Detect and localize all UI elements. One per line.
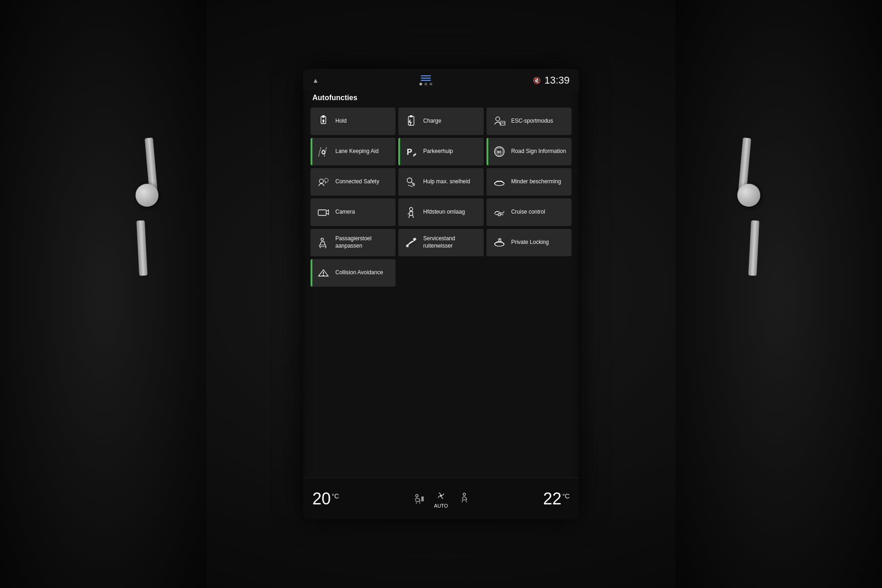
btn-passagier[interactable]: Passagierstoel aanpassen (311, 229, 396, 256)
btn-hfdsteun[interactable]: Hfdsteun omlaag (398, 198, 483, 226)
grid-row-6: Collision Avoidance (311, 259, 571, 287)
btn-park[interactable]: P Parkeerhulp (398, 138, 483, 165)
service-label: Servicestand ruitenwisser (423, 235, 479, 249)
btn-cruise[interactable]: Cruise control (486, 198, 571, 226)
btn-minder[interactable]: Minder bescherming (486, 168, 571, 196)
svg-point-35 (321, 238, 323, 240)
hfdsteun-label: Hfdsteun omlaag (423, 209, 465, 216)
btn-private[interactable]: Private Locking (486, 229, 571, 256)
btn-hulp[interactable]: Hulp max. snelheid (398, 168, 483, 196)
grid-row-3: i Connected Safety (311, 168, 571, 196)
passagier-label: Passagierstoel aanpassen (335, 235, 391, 249)
svg-rect-3 (322, 120, 324, 122)
lane-icon (315, 143, 332, 160)
svg-rect-1 (322, 115, 324, 118)
dot-1[interactable] (419, 83, 422, 85)
knob-right[interactable] (737, 184, 760, 207)
svg-text:P: P (407, 147, 413, 157)
grid-row-4: Camera H (311, 198, 571, 226)
knob-left[interactable] (136, 184, 158, 207)
roadsign-label: Road Sign Information (511, 148, 566, 155)
pin-left-2 (136, 220, 147, 276)
svg-point-17 (319, 179, 323, 183)
svg-point-6 (496, 117, 500, 121)
fan-auto-icon[interactable]: AUTO (434, 489, 448, 509)
charge-icon (403, 113, 419, 130)
left-panel (0, 0, 207, 588)
dot-2[interactable] (424, 83, 427, 85)
park-icon: P (403, 143, 419, 160)
pin-right-2 (748, 220, 759, 276)
svg-line-51 (419, 502, 420, 504)
temp-right[interactable]: 22 °C (543, 491, 570, 507)
btn-hold[interactable]: Hold (311, 107, 396, 135)
svg-line-31 (413, 215, 414, 218)
menu-icon[interactable] (421, 75, 431, 81)
temp-left-value: 20 (312, 491, 331, 507)
btn-esc[interactable]: OFF ESC-sportmodus (486, 107, 571, 135)
btn-roadsign[interactable]: 90 Road Sign Information (486, 138, 571, 165)
svg-rect-4 (408, 117, 414, 125)
btn-charge[interactable]: Charge (398, 107, 483, 135)
svg-line-21 (408, 185, 413, 187)
connected-label: Connected Safety (335, 178, 379, 186)
hold-label: Hold (335, 118, 347, 125)
svg-line-41 (494, 242, 497, 244)
menu-line-2 (421, 78, 431, 79)
collision-icon (315, 265, 332, 281)
svg-point-56 (463, 493, 465, 495)
volume-icon: 🔇 (533, 77, 541, 84)
menu-line-1 (421, 75, 431, 76)
clock: 13:39 (544, 74, 570, 86)
menu-line-3 (421, 80, 431, 81)
roadsign-icon: 90 (491, 143, 508, 160)
main-screen: ▲ 🔇 13:39 Autofuncties (303, 69, 579, 519)
page-dots (419, 83, 432, 85)
svg-point-47 (323, 275, 324, 276)
svg-rect-27 (318, 210, 327, 215)
cruise-icon (491, 204, 508, 220)
svg-line-50 (416, 502, 417, 504)
btn-collision[interactable]: Collision Avoidance (311, 259, 396, 287)
temp-left[interactable]: 20 °C (312, 491, 339, 507)
svg-line-24 (494, 181, 497, 183)
park-label: Parkeerhulp (423, 148, 453, 155)
svg-point-28 (410, 208, 413, 211)
svg-point-48 (416, 494, 418, 497)
svg-line-59 (466, 501, 467, 503)
bottom-bar: 20 °C (303, 478, 579, 519)
svg-rect-5 (410, 115, 413, 117)
status-left: ▲ (312, 77, 319, 84)
svg-point-32 (498, 214, 500, 216)
minder-label: Minder bescherming (511, 178, 561, 186)
temp-right-unit: °C (562, 492, 570, 500)
camera-icon (315, 204, 332, 220)
collision-label: Collision Avoidance (335, 269, 383, 277)
grid-row-2: Lane Keeping Aid P Parkeerhulp (311, 138, 571, 165)
status-bar: ▲ 🔇 13:39 (303, 69, 579, 90)
private-icon (491, 234, 508, 251)
btn-service[interactable]: Servicestand ruitenwisser (398, 229, 483, 256)
svg-line-25 (502, 181, 504, 183)
svg-line-9 (319, 147, 321, 157)
svg-text:90: 90 (497, 150, 501, 154)
svg-rect-36 (319, 245, 326, 247)
status-center (419, 75, 432, 85)
svg-rect-12 (322, 150, 324, 153)
dot-3[interactable] (430, 83, 432, 85)
center-controls: AUTO (412, 489, 470, 509)
service-icon (403, 234, 419, 251)
svg-line-30 (409, 215, 410, 218)
car-background: ▲ 🔇 13:39 Autofuncties (0, 0, 882, 588)
btn-camera[interactable]: Camera (311, 198, 396, 226)
functions-grid: Hold Charge (311, 107, 571, 470)
svg-line-58 (462, 501, 463, 503)
btn-connected[interactable]: i Connected Safety (311, 168, 396, 196)
camera-label: Camera (335, 209, 355, 216)
seat-heat-icon[interactable] (412, 492, 425, 505)
hulp-icon (403, 174, 419, 190)
seat-right-icon[interactable] (457, 491, 470, 506)
hold-icon (315, 113, 332, 130)
esc-label: ESC-sportmodus (511, 118, 553, 125)
btn-lane[interactable]: Lane Keeping Aid (311, 138, 396, 165)
